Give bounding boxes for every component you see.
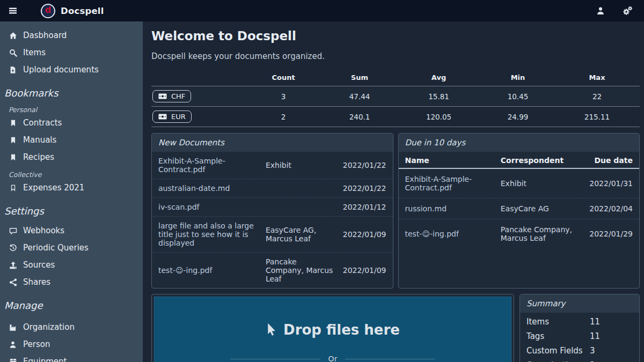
sidebar-item-expenses-2021[interactable]: Expenses 2021	[0, 179, 143, 196]
due-table: Name Correspondent Due date Exhibit-A-Sa…	[399, 152, 640, 248]
sidebar-item-label: Person	[23, 339, 50, 349]
new-documents-panel: New Documents Exhibit-A-Sample-Contract.…	[151, 133, 393, 289]
document-link[interactable]: Exhibit-A-Sample-Contract.pdf	[399, 168, 494, 198]
share-icon	[9, 278, 17, 286]
summary-label: Tags	[526, 331, 590, 341]
sidebar-item-shares[interactable]: Shares	[0, 274, 143, 291]
due-row: russion.md EasyCare AG 2022/02/04	[399, 198, 640, 219]
currency-badge-chf: CHF	[152, 90, 191, 102]
sidebar-item-label: Sources	[23, 260, 55, 270]
topbar-actions	[595, 5, 637, 17]
sidebar-item-dashboard[interactable]: Dasbhoard	[0, 27, 143, 44]
app-title: Docspell	[61, 6, 104, 16]
document-date: 2022/01/22	[340, 161, 386, 169]
brand[interactable]: d Docspell	[41, 4, 104, 18]
summary-value: 11	[590, 331, 600, 341]
sidebar-item-items[interactable]: Items	[0, 44, 143, 61]
sidebar-item-person[interactable]: Person	[0, 336, 143, 353]
stats-col-max: Max	[554, 69, 640, 86]
document-correspondent: EasyCare AG, Marcus Leaf	[266, 226, 335, 243]
sidebar-item-webhooks[interactable]: Webhooks	[0, 222, 143, 239]
stat-value: 240.1	[323, 107, 396, 127]
currency-badge-eur: EUR	[152, 110, 192, 123]
stats-col-min: Min	[481, 69, 554, 86]
file-dropzone[interactable]: Drop files here Or Select…	[154, 297, 511, 362]
stats-col-count: Count	[244, 69, 323, 86]
document-link[interactable]: large file and also a large title just t…	[158, 221, 260, 247]
stats-col-sum: Sum	[323, 69, 396, 86]
stat-value: 10.45	[481, 86, 554, 107]
sidebar-item-recipes[interactable]: Recipes	[0, 149, 143, 166]
document-link[interactable]: iv-scan.pdf	[158, 203, 260, 211]
sidebar-item-label: Items	[23, 48, 46, 57]
due-panel: Due in 10 days Name Correspondent Due da…	[398, 133, 640, 289]
document-row: test-☺-ing.pdf Pancake Company, Marcus L…	[152, 253, 393, 288]
stat-value: 24.99	[481, 107, 554, 127]
document-date: 2022/01/22	[340, 184, 386, 193]
docspell-logo-icon: d	[41, 4, 55, 18]
or-label: Or	[328, 354, 338, 362]
file-upload-icon	[9, 65, 17, 74]
person-icon	[9, 340, 17, 349]
document-row: Exhibit-A-Sample-Contract.pdf Exhibit 20…	[152, 152, 393, 179]
stats-row-eur: EUR 2 240.1 120.05 24.99 215.11	[151, 107, 640, 127]
document-link[interactable]: Exhibit-A-Sample-Contract.pdf	[158, 157, 260, 174]
history-icon	[9, 243, 17, 252]
topbar: d Docspell	[0, 0, 644, 21]
home-icon	[9, 31, 17, 40]
due-date: 2022/02/04	[583, 198, 639, 219]
sidebar-section-settings: Settings	[0, 196, 143, 219]
summary-label: Custom Fields	[526, 346, 590, 356]
sidebar-item-organization[interactable]: Organization	[0, 319, 143, 336]
document-correspondent: Pancake Company, Marcus Leaf	[266, 257, 335, 283]
sidebar: Dasbhoard Items Upload documents Bookmar…	[0, 21, 143, 362]
due-date: 2022/01/29	[583, 219, 639, 249]
stat-value: 15.81	[396, 86, 481, 107]
menu-toggle-button[interactable]	[7, 5, 19, 16]
summary-panel: Summary Items 11 Tags 11 Custom Fields 3	[519, 294, 640, 362]
sidebar-item-label: Webhooks	[23, 226, 64, 235]
document-correspondent: EasyCare AG	[494, 198, 583, 219]
document-link[interactable]: test-☺-ing.pdf	[399, 219, 494, 249]
due-header-row: Name Correspondent Due date	[399, 152, 640, 168]
sidebar-item-label: Equipment	[23, 357, 67, 362]
sidebar-section-manage: Manage	[0, 291, 143, 313]
bookmarks-group-collective: Collective	[0, 166, 143, 179]
summary-row: Items 11	[520, 313, 639, 329]
upload-panel: Drop files here Or Select…	[151, 294, 514, 362]
sidebar-item-label: Upload documents	[23, 65, 99, 75]
document-link[interactable]: test-☺-ing.pdf	[158, 266, 260, 275]
upload-icon	[9, 261, 17, 269]
panel-title: Due in 10 days	[399, 134, 640, 152]
settings-button[interactable]	[621, 5, 634, 17]
due-col-duedate: Due date	[583, 152, 639, 168]
document-date: 2022/01/09	[340, 266, 386, 275]
document-row: large file and also a large title just t…	[152, 217, 393, 253]
summary-row: Custom Fields 3	[520, 344, 639, 358]
due-col-name: Name	[399, 152, 494, 168]
sidebar-item-equipment[interactable]: Equipment	[0, 353, 143, 362]
sidebar-item-periodic-queries[interactable]: Periodic Queries	[0, 239, 143, 256]
stat-value: 3	[244, 86, 323, 107]
account-button[interactable]	[595, 5, 606, 16]
comment-icon	[9, 226, 17, 235]
stats-col-avg: Avg	[396, 69, 481, 86]
document-link[interactable]: australian-date.md	[158, 184, 260, 193]
panel-title: Summary	[520, 294, 639, 313]
sidebar-item-sources[interactable]: Sources	[0, 256, 143, 274]
summary-row: Organization 3	[520, 358, 639, 362]
sidebar-item-manuals[interactable]: Manuals	[0, 131, 143, 149]
money-bill-icon	[158, 93, 167, 100]
document-link[interactable]: russion.md	[399, 198, 494, 219]
money-bill-icon	[158, 113, 167, 120]
sidebar-item-contracts[interactable]: Contracts	[0, 114, 143, 131]
summary-value: 11	[590, 317, 600, 327]
document-row: iv-scan.pdf 2022/01/12	[152, 198, 393, 217]
cogs-icon	[622, 6, 633, 16]
sidebar-item-upload-documents[interactable]: Upload documents	[0, 61, 143, 78]
bars-icon	[8, 6, 18, 15]
document-date: 2022/01/12	[340, 203, 386, 211]
bookmark-icon	[9, 153, 17, 161]
summary-label: Items	[526, 317, 590, 327]
stat-value: 47.44	[323, 86, 396, 107]
